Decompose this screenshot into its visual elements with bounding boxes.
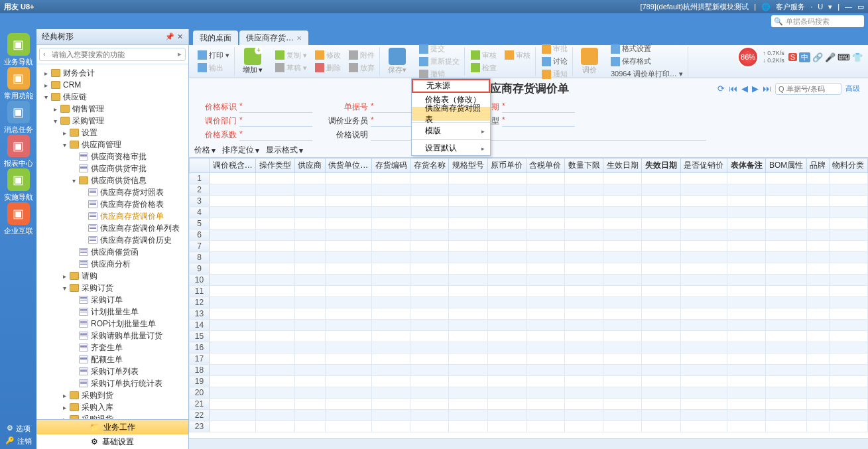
grid-header[interactable]: 供应商 (294, 159, 325, 173)
grid-cell[interactable] (325, 331, 371, 342)
grid-cell[interactable] (766, 399, 807, 410)
grid-cell[interactable] (449, 308, 487, 320)
grid-cell[interactable] (256, 297, 294, 308)
grid-cell[interactable] (256, 353, 294, 365)
grid-cell[interactable] (294, 229, 325, 241)
edit-button[interactable]: 修改 (313, 50, 343, 61)
grid-cell[interactable] (829, 297, 867, 308)
grid-cell[interactable] (829, 286, 867, 297)
grid-cell[interactable] (410, 320, 449, 331)
grid-cell[interactable] (372, 365, 410, 376)
grid-cell[interactable] (526, 173, 564, 184)
grid-cell[interactable] (829, 229, 867, 241)
grid-cell[interactable] (256, 207, 294, 218)
grid-cell[interactable] (565, 297, 603, 308)
grid-cell[interactable] (806, 263, 829, 275)
grid-cell[interactable] (449, 331, 487, 342)
grid-cell[interactable] (210, 184, 256, 196)
grid-cell[interactable] (294, 241, 325, 252)
grid-cell[interactable] (210, 353, 256, 365)
grid-cell[interactable] (603, 308, 642, 320)
grid-header[interactable]: 品牌 (806, 159, 829, 173)
grid-cell[interactable] (372, 241, 410, 252)
grid-cell[interactable] (256, 286, 294, 297)
grid-header[interactable]: 原币单价 (487, 159, 526, 173)
grid-cell[interactable] (565, 387, 603, 399)
grid-cell[interactable] (210, 196, 256, 207)
grid-cell[interactable] (829, 331, 867, 342)
table-row[interactable]: 21 (190, 399, 868, 410)
grid-cell[interactable] (526, 218, 564, 229)
grid-cell[interactable] (727, 320, 766, 331)
tree-node[interactable]: ▾采购管理 (36, 115, 188, 127)
util-icon[interactable]: 👕 (852, 52, 863, 62)
tree-toggle-icon[interactable]: ▸ (60, 404, 68, 411)
grid-cell[interactable] (294, 263, 325, 275)
supply-type-field[interactable]: * (502, 115, 575, 127)
grid-cell[interactable] (526, 399, 564, 410)
grid-cell[interactable] (565, 331, 603, 342)
grid-cell[interactable] (565, 229, 603, 241)
grid-cell[interactable] (603, 331, 642, 342)
grid-cell[interactable] (727, 421, 766, 432)
grid-cell[interactable] (642, 308, 680, 320)
grid-cell[interactable] (410, 297, 449, 308)
grid-header[interactable]: 调价税含… (210, 159, 256, 173)
grid-cell[interactable] (449, 353, 487, 365)
resubmit-button[interactable]: 重新提交 (417, 56, 462, 67)
grid-cell[interactable] (680, 399, 727, 410)
grid-cell[interactable] (642, 218, 680, 229)
rail-item[interactable]: ▣消息任务 (4, 101, 33, 135)
grid-cell[interactable] (256, 218, 294, 229)
grid-cell[interactable] (372, 252, 410, 263)
grid-cell[interactable] (256, 173, 294, 184)
tree-node[interactable]: 采购订单列表 (36, 365, 188, 377)
grid-cell[interactable] (806, 207, 829, 218)
grid-cell[interactable] (487, 196, 526, 207)
grid-header[interactable]: 供货单位… (325, 159, 371, 173)
grid-cell[interactable] (727, 353, 766, 365)
grid-cell[interactable] (372, 410, 410, 421)
tree-node[interactable]: ▸销售管理 (36, 103, 188, 115)
grid-header[interactable]: 物料分类 (829, 159, 867, 173)
grid-cell[interactable] (256, 387, 294, 399)
grid-cell[interactable] (680, 275, 727, 286)
grid-cell[interactable] (487, 353, 526, 365)
grid-cell[interactable] (325, 421, 371, 432)
grid-cell[interactable] (410, 376, 449, 387)
grid-cell[interactable] (256, 410, 294, 421)
grid-cell[interactable] (565, 399, 603, 410)
grid-cell[interactable] (256, 365, 294, 376)
grid-cell[interactable] (487, 184, 526, 196)
grid-cell[interactable] (680, 184, 727, 196)
grid-cell[interactable] (256, 184, 294, 196)
grid-cell[interactable] (210, 342, 256, 353)
grid-cell[interactable] (565, 184, 603, 196)
advanced-link[interactable]: 高级 (845, 84, 860, 94)
grid-cell[interactable] (642, 252, 680, 263)
grid-header[interactable]: 含税单价 (526, 159, 564, 173)
grid-cell[interactable] (565, 252, 603, 263)
rail-item[interactable]: ▣企业互联 (4, 202, 33, 236)
grid-cell[interactable] (565, 365, 603, 376)
grid-cell[interactable] (829, 252, 867, 263)
grid-cell[interactable] (642, 241, 680, 252)
grid-cell[interactable] (294, 320, 325, 331)
grid-cell[interactable] (829, 376, 867, 387)
rail-item[interactable]: ▣报表中心 (4, 135, 33, 168)
grid-header[interactable]: 数量下限 (565, 159, 603, 173)
grid-cell[interactable] (565, 218, 603, 229)
grid-cell[interactable] (294, 308, 325, 320)
grid-cell[interactable] (829, 320, 867, 331)
grid-cell[interactable] (727, 229, 766, 241)
grid-cell[interactable] (806, 196, 829, 207)
grid-cell[interactable] (526, 196, 564, 207)
grid-cell[interactable] (565, 196, 603, 207)
grid-cell[interactable] (325, 229, 371, 241)
grid-cell[interactable] (829, 263, 867, 275)
grid-cell[interactable] (603, 218, 642, 229)
grid-cell[interactable] (410, 410, 449, 421)
grid-cell[interactable] (526, 387, 564, 399)
grid-cell[interactable] (727, 342, 766, 353)
grid-cell[interactable] (806, 331, 829, 342)
